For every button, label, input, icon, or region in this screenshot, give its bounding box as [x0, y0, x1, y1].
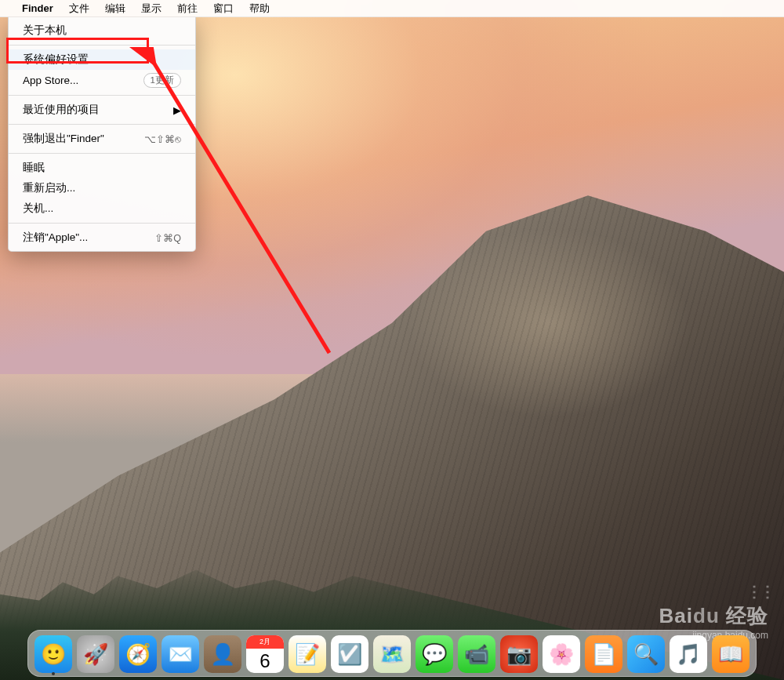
menubar: Finder 文件 编辑 显示 前往 窗口 帮助 [0, 0, 784, 17]
menu-label: 强制退出"Finder" [23, 132, 104, 146]
menubar-item-view[interactable]: 显示 [133, 2, 169, 16]
menu-label: 睡眠 [23, 161, 45, 175]
dock-item-pages[interactable]: 📄 [585, 635, 622, 673]
menu-label: 关于本机 [23, 24, 67, 38]
menu-label: 重新启动... [23, 181, 75, 195]
dock-item-messages[interactable]: 💬 [416, 635, 453, 673]
dock-item-calendar[interactable]: 2月6 [246, 635, 284, 673]
menu-label: 注销"Apple"... [23, 231, 88, 245]
dock-item-finder[interactable]: 🙂 [34, 635, 72, 673]
menubar-item-finder[interactable]: Finder [14, 2, 61, 14]
menubar-item-file[interactable]: 文件 [61, 2, 97, 16]
dock-item-itunes[interactable]: 🎵 [670, 635, 707, 673]
dock-item-contacts[interactable]: 👤 [204, 635, 241, 673]
menu-shortcut: ⇧⌘Q [154, 232, 181, 244]
menu-separator [9, 153, 195, 154]
dock: 🙂🚀🧭✉️👤2月6📝☑️🗺️💬📹📷🌸📄🔍🎵📖 [27, 630, 757, 677]
dock-item-mail[interactable]: ✉️ [162, 635, 199, 673]
dock-item-notes[interactable]: 📝 [289, 635, 326, 673]
menu-label: 关机... [23, 202, 53, 216]
menu-sleep[interactable]: 睡眠 [9, 158, 195, 178]
dock-item-reminders[interactable]: ☑️ [331, 635, 368, 673]
menu-restart[interactable]: 重新启动... [9, 178, 195, 198]
menubar-item-go[interactable]: 前往 [169, 2, 205, 16]
dock-item-safari[interactable]: 🧭 [119, 635, 157, 673]
dock-item-photos[interactable]: 🌸 [543, 635, 580, 673]
update-badge: 1更新 [143, 73, 181, 88]
menu-separator [9, 124, 195, 125]
menubar-item-edit[interactable]: 编辑 [97, 2, 133, 16]
watermark-brand: Baidu 经验 [659, 604, 768, 627]
dock-item-facetime[interactable]: 📹 [458, 635, 495, 673]
paw-icon [746, 578, 768, 595]
submenu-arrow-icon: ▶ [173, 104, 181, 116]
dock-item-ibooks[interactable]: 📖 [712, 635, 750, 673]
menu-logout[interactable]: 注销"Apple"... ⇧⌘Q [9, 227, 195, 248]
menubar-item-help[interactable]: 帮助 [241, 2, 278, 16]
menubar-item-window[interactable]: 窗口 [205, 2, 241, 16]
menu-label: App Store... [23, 75, 78, 86]
dock-item-preview[interactable]: 🔍 [627, 635, 665, 673]
menu-force-quit[interactable]: 强制退出"Finder" ⌥⇧⌘⎋ [9, 129, 195, 149]
menu-shortcut: ⌥⇧⌘⎋ [144, 133, 181, 145]
menu-separator [9, 223, 195, 224]
menu-separator [9, 95, 195, 96]
menu-recent-items[interactable]: 最近使用的项目 ▶ [9, 100, 195, 120]
menu-shutdown[interactable]: 关机... [9, 198, 195, 219]
dock-item-launchpad[interactable]: 🚀 [77, 635, 114, 673]
annotation-highlight-box [6, 38, 149, 64]
menu-app-store[interactable]: App Store... 1更新 [9, 70, 195, 91]
dock-item-photo-booth[interactable]: 📷 [500, 635, 538, 673]
menu-label: 最近使用的项目 [23, 103, 100, 117]
dock-item-maps[interactable]: 🗺️ [373, 635, 411, 673]
